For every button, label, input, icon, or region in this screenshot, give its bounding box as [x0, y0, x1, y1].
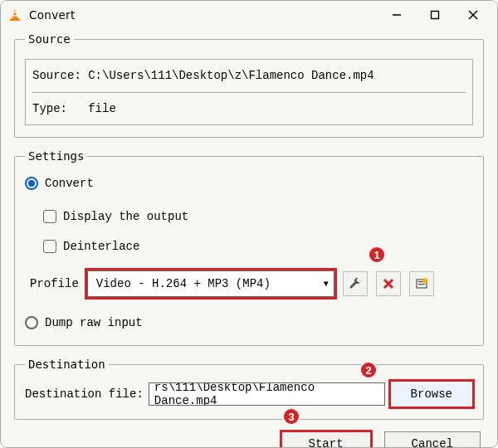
window-controls [378, 1, 492, 29]
delete-icon [383, 278, 394, 290]
profile-select[interactable]: Video - H.264 + MP3 (MP4) ▼ [87, 270, 334, 297]
new-profile-button[interactable] [409, 271, 434, 296]
dialog-footer: Start Cancel [14, 431, 484, 448]
convert-radio-label: Convert [45, 177, 94, 190]
svg-rect-5 [432, 12, 439, 19]
edit-profile-button[interactable] [343, 271, 368, 296]
destination-legend: Destination [25, 358, 109, 371]
deinterlace-checkbox[interactable] [43, 240, 56, 253]
display-output-row[interactable]: Display the output [43, 206, 473, 227]
svg-point-13 [422, 278, 427, 283]
type-value: file [88, 102, 116, 115]
svg-rect-2 [13, 15, 17, 17]
window-title: Convert [29, 8, 75, 22]
source-label: Source: [32, 69, 88, 82]
titlebar: Convert [1, 1, 497, 29]
convert-radio-row[interactable]: Convert [25, 173, 473, 194]
divider [32, 92, 466, 93]
destination-row: Destination file: rs\111\Desktop\Flamenc… [25, 381, 473, 407]
svg-rect-1 [13, 12, 16, 12]
deinterlace-label: Deinterlace [63, 240, 139, 253]
wrench-icon [349, 277, 362, 290]
start-button-label: Start [309, 437, 344, 448]
source-group: Source Source: C:\Users\111\Desktop\z\Fl… [14, 32, 484, 138]
profile-row: Profile Video - H.264 + MP3 (MP4) ▼ [30, 270, 473, 297]
profile-selected-value: Video - H.264 + MP3 (MP4) [96, 277, 271, 290]
chevron-down-icon: ▼ [324, 280, 329, 289]
new-profile-icon [415, 277, 428, 290]
dump-radio-row[interactable]: Dump raw input [25, 312, 473, 334]
source-box: Source: C:\Users\111\Desktop\z\Flamenco … [25, 59, 473, 125]
cancel-button[interactable]: Cancel [384, 431, 481, 448]
destination-file-input[interactable]: rs\111\Desktop\Flamenco Dance.mp4 [149, 382, 385, 406]
close-button[interactable] [454, 1, 492, 29]
destination-label: Destination file: [25, 387, 144, 401]
maximize-button[interactable] [416, 1, 454, 29]
type-label: Type: [32, 102, 88, 115]
settings-legend: Settings [25, 149, 87, 163]
annotation-2: 2 [359, 361, 378, 379]
display-output-label: Display the output [63, 210, 188, 223]
annotation-3: 3 [282, 407, 300, 426]
minimize-button[interactable] [378, 1, 416, 29]
display-output-checkbox[interactable] [43, 210, 56, 223]
settings-group: Settings Convert Display the output Dein… [14, 149, 484, 346]
browse-button[interactable]: Browse [390, 381, 473, 407]
destination-file-value: rs\111\Desktop\Flamenco Dance.mp4 [154, 382, 379, 406]
cancel-button-label: Cancel [412, 437, 453, 448]
convert-radio[interactable] [25, 177, 38, 190]
content-area: Source Source: C:\Users\111\Desktop\z\Fl… [1, 29, 497, 448]
svg-marker-0 [12, 9, 17, 18]
convert-window: 1 2 3 Convert Source [0, 0, 498, 448]
dump-radio[interactable] [25, 316, 38, 329]
profile-label: Profile [30, 277, 79, 290]
source-legend: Source [25, 32, 74, 46]
source-value: C:\Users\111\Desktop\z\Flamenco Dance.mp… [88, 69, 374, 82]
destination-group: Destination Destination file: rs\111\Des… [14, 358, 484, 420]
vlc-cone-icon [7, 7, 22, 22]
deinterlace-row[interactable]: Deinterlace [43, 236, 473, 257]
convert-options: Display the output Deinterlace [25, 206, 473, 257]
svg-marker-3 [10, 18, 21, 21]
annotation-1: 1 [368, 246, 386, 264]
browse-button-label: Browse [411, 387, 452, 401]
dump-radio-label: Dump raw input [45, 316, 143, 329]
svg-rect-12 [418, 284, 425, 285]
start-button[interactable]: Start [281, 431, 371, 448]
delete-profile-button[interactable] [376, 271, 401, 296]
